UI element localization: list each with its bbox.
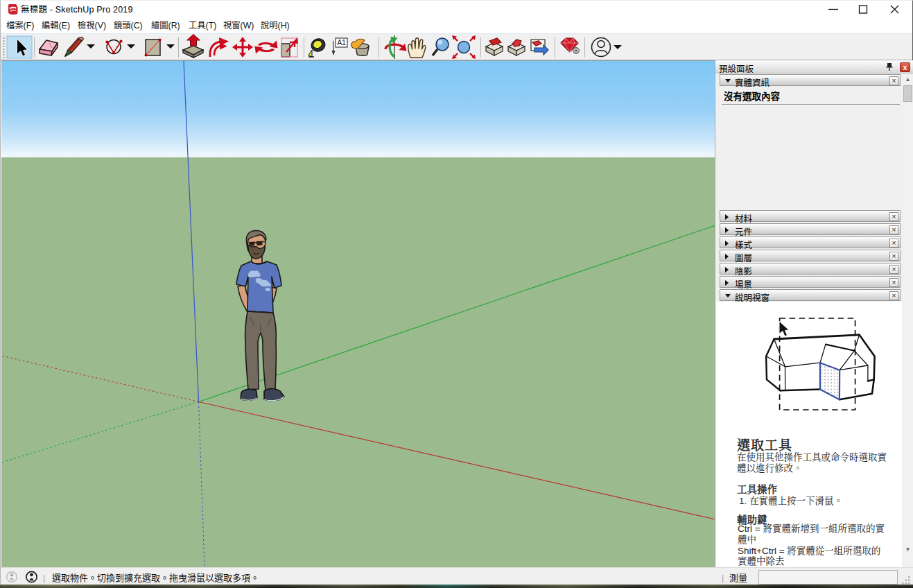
svg-text:A1: A1 [338, 39, 347, 46]
